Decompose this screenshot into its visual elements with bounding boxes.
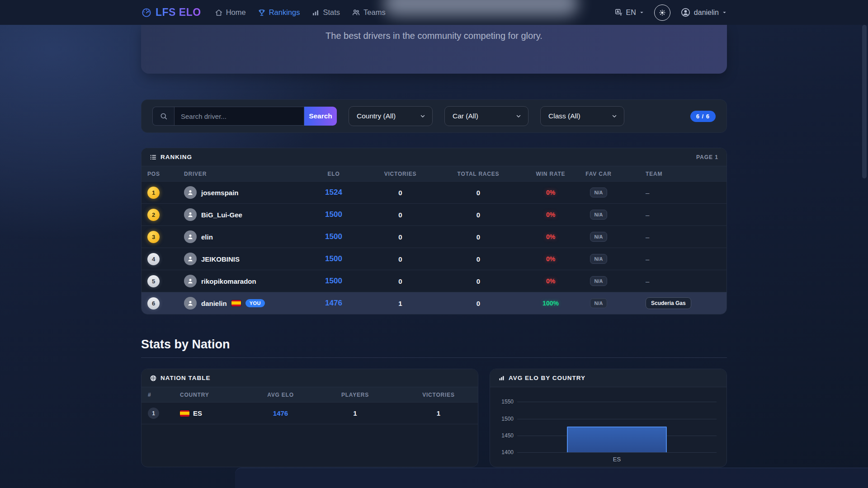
driver-name: elin [201, 233, 213, 241]
chevron-down-icon [515, 113, 522, 119]
team-value: – [619, 211, 726, 219]
total-races-value: 0 [433, 255, 524, 263]
trophy-icon [258, 9, 266, 17]
team-value: – [619, 233, 726, 241]
nation-victories: 1 [399, 409, 478, 417]
driver-name: danielin [201, 300, 227, 307]
driver-name: JEIKOBINIS [201, 255, 240, 263]
victories-value: 0 [368, 233, 433, 241]
page-background: LFS ELO Home [0, 0, 868, 467]
result-count-badge: 6 / 6 [690, 111, 716, 122]
table-row[interactable]: 3 elin 1500 0 0 0% N/A – [142, 225, 726, 248]
driver-avatar [184, 297, 197, 310]
driver-avatar [184, 253, 197, 265]
theme-toggle-button[interactable] [654, 5, 670, 21]
column-header-total-races: TOTAL RACES [433, 171, 524, 177]
victories-value: 0 [368, 189, 433, 197]
bar-chart-icon [311, 9, 320, 17]
language-selector[interactable]: EN [614, 8, 644, 17]
total-races-value: 0 [433, 277, 524, 285]
fav-car-badge: N/A [590, 276, 608, 286]
page-indicator: PAGE 1 [696, 154, 718, 160]
column-header-driver: DRIVER [168, 171, 300, 177]
column-header-team: TEAM [619, 171, 726, 177]
nation-row[interactable]: 1 ES 1476 1 1 [142, 402, 478, 424]
brand-logo[interactable]: LFS ELO [141, 6, 201, 19]
column-header-country: COUNTRY [166, 392, 250, 398]
chart-title: AVG ELO BY COUNTRY [509, 375, 585, 381]
stats-by-nation-heading: Stats by Nation [141, 338, 727, 358]
elo-value[interactable]: 1500 [300, 254, 368, 263]
user-menu[interactable]: danielin [680, 7, 727, 18]
nav-rankings[interactable]: Rankings [258, 8, 300, 17]
chart-bar[interactable] [567, 427, 667, 452]
sun-icon [658, 9, 666, 17]
class-filter-dropdown[interactable]: Class (All) [540, 106, 624, 126]
column-header-players: PLAYERS [311, 392, 399, 398]
chevron-down-icon [611, 113, 618, 119]
table-row[interactable]: 5 rikopikomaradon 1500 0 0 0% N/A – [142, 270, 726, 292]
fav-car-badge: N/A [590, 254, 608, 264]
column-header-victories: VICTORIES [368, 171, 433, 177]
total-races-value: 0 [433, 211, 524, 219]
win-rate-value: 0% [524, 233, 578, 240]
spain-flag-icon [231, 300, 241, 306]
gauge-icon [141, 7, 152, 18]
nation-table-title: NATION TABLE [160, 375, 211, 381]
column-header-avg-elo: AVG ELO [250, 392, 311, 398]
elo-value[interactable]: 1500 [300, 232, 368, 241]
y-axis-tick: 1500 [495, 416, 514, 422]
hero-banner: The best drivers in the community compet… [141, 25, 727, 74]
nav-stats[interactable]: Stats [311, 8, 340, 17]
elo-value[interactable]: 1476 [300, 299, 368, 308]
gridline: 1500 [517, 419, 717, 419]
brand-name: LFS ELO [156, 6, 201, 19]
driver-avatar [184, 186, 197, 199]
language-label: EN [626, 9, 636, 17]
nation-rank-badge: 1 [148, 408, 159, 419]
country-filter-dropdown[interactable]: Country (All) [349, 106, 433, 126]
ranking-title: RANKING [160, 154, 192, 160]
table-row[interactable]: 1 josemspain 1524 0 0 0% N/A – [142, 181, 726, 203]
nav-home[interactable]: Home [215, 8, 246, 17]
driver-avatar [184, 275, 197, 287]
table-row-current-user[interactable]: 6 danielin YOU 1476 1 0 100% N/A Scuderi… [142, 292, 726, 314]
car-filter-label: Car (All) [453, 112, 478, 120]
car-filter-dropdown[interactable]: Car (All) [444, 106, 528, 126]
victories-value: 0 [368, 211, 433, 219]
search-input[interactable] [174, 107, 304, 126]
elo-value[interactable]: 1500 [300, 277, 368, 286]
username-label: danielin [694, 9, 719, 17]
y-axis-tick: 1550 [495, 399, 514, 405]
elo-value[interactable]: 1500 [300, 210, 368, 219]
scrollbar[interactable] [862, 25, 867, 178]
ranking-table-header: RANKING PAGE 1 [142, 148, 726, 166]
driver-avatar [184, 208, 197, 221]
win-rate-value: 0% [524, 277, 578, 285]
list-icon [150, 154, 157, 161]
chart-header: AVG ELO BY COUNTRY [490, 369, 726, 387]
nav-teams[interactable]: Teams [352, 8, 386, 17]
spain-flag-icon [180, 410, 189, 417]
win-rate-value: 0% [524, 255, 578, 263]
table-row[interactable]: 2 BiG_Lui-Gee 1500 0 0 0% N/A – [142, 203, 726, 225]
win-rate-value: 0% [524, 189, 578, 196]
team-value: – [619, 277, 726, 285]
driver-search: Search [152, 107, 337, 126]
team-value: – [619, 255, 726, 263]
nation-table-header: NATION TABLE [142, 369, 478, 387]
main-navigation: Home Rankings [215, 8, 386, 17]
gridline: 1400 [517, 452, 717, 453]
driver-name: josemspain [201, 189, 239, 197]
navbar: LFS ELO Home [0, 0, 868, 25]
table-row[interactable]: 4 JEIKOBINIS 1500 0 0 0% N/A – [142, 248, 726, 270]
team-badge[interactable]: Scuderia Gas [646, 297, 691, 309]
win-rate-value: 0% [524, 211, 578, 218]
nation-column-headers: # COUNTRY AVG ELO PLAYERS VICTORIES [142, 387, 478, 402]
elo-value[interactable]: 1524 [300, 188, 368, 197]
position-badge: 6 [147, 297, 160, 310]
search-button[interactable]: Search [304, 107, 337, 126]
driver-name: rikopikomaradon [201, 277, 256, 285]
nav-home-label: Home [226, 8, 246, 17]
avg-elo-chart-card: AVG ELO BY COUNTRY 1550 1500 1450 1400 [490, 369, 727, 467]
